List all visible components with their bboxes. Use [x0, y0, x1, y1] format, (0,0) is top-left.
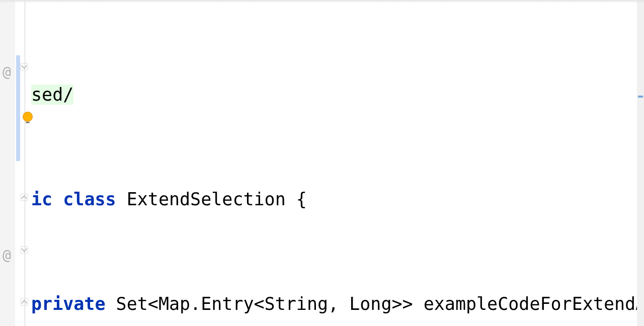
method-signature: Set<Map.Entry<String, Long>> exampleCode…	[116, 294, 644, 314]
code-line[interactable]: ic class ExtendSelection {	[31, 186, 644, 212]
gutter: @ @	[0, 0, 25, 326]
annotation-icon[interactable]: @	[3, 242, 13, 253]
scrollbar-vertical[interactable]	[637, 0, 644, 326]
code-editor[interactable]: sed/ ic class ExtendSelection { private …	[31, 3, 644, 326]
keyword: private	[31, 294, 106, 314]
fold-toggle-icon[interactable]	[20, 193, 28, 201]
fold-toggle-icon[interactable]	[20, 63, 28, 71]
svg-rect-2	[21, 247, 28, 254]
fold-toggle-icon[interactable]	[20, 246, 28, 254]
keyword: ic	[31, 189, 52, 209]
code-line[interactable]: private Set<Map.Entry<String, Long>> exa…	[31, 291, 644, 317]
modified-range-marker	[16, 55, 20, 161]
type-name: ExtendSelection {	[127, 189, 307, 209]
highlighted-fragment: sed/	[31, 85, 73, 105]
svg-rect-0	[21, 63, 28, 70]
svg-rect-3	[21, 298, 28, 305]
annotation-icon[interactable]: @	[3, 59, 13, 69]
keyword: class	[63, 189, 116, 209]
svg-rect-1	[21, 194, 28, 201]
code-line[interactable]: sed/	[31, 82, 644, 108]
fold-toggle-icon[interactable]	[20, 298, 28, 306]
caret-position-marker	[638, 96, 643, 98]
